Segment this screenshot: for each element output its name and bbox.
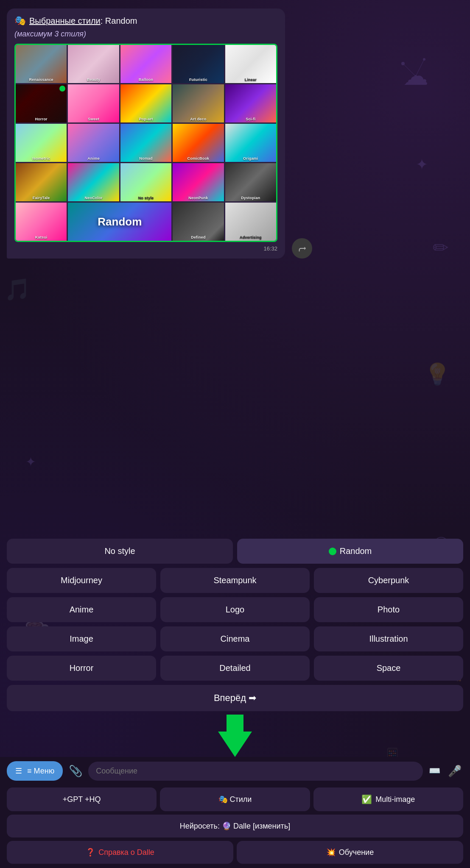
network-button[interactable]: Нейросеть: 🔮 Dalle [изменить]: [7, 815, 463, 837]
style-btn-space[interactable]: Space: [314, 656, 463, 681]
style-btn-illustration[interactable]: Illustration: [314, 626, 463, 651]
keyboard-button[interactable]: ⌨️: [427, 764, 442, 778]
style-cell-defined[interactable]: Defined: [173, 203, 224, 241]
style-cell-dystopian[interactable]: Dystopian: [225, 163, 276, 201]
style-btn-no-style[interactable]: No style: [7, 539, 233, 564]
style-cell-futuristic[interactable]: Futuristic: [173, 45, 224, 83]
style-grid: Renaissance Beauty Balloon Futuristic Li…: [14, 44, 277, 242]
style-cell-neonpunk[interactable]: NeonPunk: [173, 163, 224, 201]
style-cell-balloon[interactable]: Balloon: [120, 45, 171, 83]
style-cell-origami[interactable]: Origami: [225, 124, 276, 162]
style-btn-forward[interactable]: Вперёд ➡: [7, 685, 463, 711]
action-row-3: ❓ Справка о Dalle 💥 Обучение: [7, 841, 463, 864]
style-cell-fairytale[interactable]: FairyTale: [16, 163, 67, 201]
menu-button[interactable]: ☰ ≡ Меню: [7, 761, 63, 781]
message-bubble: 🎭 Выбранные стили: Random (максимум 3 ст…: [7, 8, 285, 259]
style-cell-katsui[interactable]: Katsui: [16, 203, 67, 241]
style-cell-horror[interactable]: Horror: [16, 84, 67, 122]
style-btn-cyberpunk[interactable]: Cyberpunk: [314, 568, 463, 593]
gpt-hq-button[interactable]: +GPT +HQ: [7, 787, 157, 811]
style-cell-scifi[interactable]: Sci-fi: [225, 84, 276, 122]
style-cell-artdeco[interactable]: Art deco: [173, 84, 224, 122]
question-icon: ❓: [86, 848, 95, 857]
style-btn-image[interactable]: Image: [7, 626, 156, 651]
style-cell-sweet[interactable]: Sweet: [68, 84, 119, 122]
selected-indicator: [59, 86, 65, 92]
style-btn-detailed[interactable]: Detailed: [160, 656, 310, 681]
style-btn-cinema[interactable]: Cinema: [160, 626, 310, 651]
svg-marker-17: [218, 715, 252, 757]
style-cell-advertising[interactable]: Advertising: [225, 203, 276, 241]
message-bubble-row: 🎭 Выбранные стили: Random (максимум 3 ст…: [7, 8, 463, 262]
style-cell-neocolor[interactable]: NeoColor: [68, 163, 119, 201]
style-btn-row-5: Horror Detailed Space: [7, 656, 463, 681]
styles-button[interactable]: 🎭 Стили: [160, 787, 310, 811]
style-btn-row-1: No style Random: [7, 539, 463, 564]
style-cell-random[interactable]: Random: [68, 203, 171, 241]
mic-button[interactable]: 🎤: [446, 763, 463, 779]
theater-icon: 🎭: [14, 15, 26, 26]
forward-share-button[interactable]: [292, 238, 312, 259]
style-cell-renaissance[interactable]: Renaissance: [16, 45, 67, 83]
style-btn-row-6: Вперёд ➡: [7, 685, 463, 711]
style-cell-isometric[interactable]: Isometric: [16, 124, 67, 162]
style-btn-photo[interactable]: Photo: [314, 597, 463, 622]
style-btn-horror[interactable]: Horror: [7, 656, 156, 681]
random-active-dot: [329, 548, 336, 555]
style-btn-steampunk[interactable]: Steampunk: [160, 568, 310, 593]
menu-icon: ☰: [15, 766, 22, 776]
attach-button[interactable]: 📎: [67, 763, 84, 779]
style-cell-popart[interactable]: Pop-art: [120, 84, 171, 122]
style-btn-logo[interactable]: Logo: [160, 597, 310, 622]
help-button[interactable]: ❓ Справка о Dalle: [7, 841, 233, 864]
input-bar: ☰ ≡ Меню 📎 ⌨️ 🎤: [0, 757, 470, 785]
style-cell-comicbook[interactable]: ComicBook: [173, 124, 224, 162]
style-btn-random[interactable]: Random: [237, 539, 463, 564]
check-icon: ✅: [361, 794, 372, 804]
style-btn-row-4: Image Cinema Illustration: [7, 626, 463, 651]
keyboard-icon: ⌨️: [429, 765, 440, 776]
message-subtitle: (максимум 3 стиля): [14, 30, 277, 39]
learning-button[interactable]: 💥 Обучение: [237, 841, 463, 864]
style-btn-row-2: Midjourney Steampunk Cyberpunk: [7, 568, 463, 593]
message-header: 🎭 Выбранные стили: Random: [14, 15, 277, 26]
message-time: 16:32: [14, 245, 277, 252]
style-btn-midjourney[interactable]: Midjourney: [7, 568, 156, 593]
style-cell-nomad[interactable]: Nomad: [120, 124, 171, 162]
action-row-1: +GPT +HQ 🎭 Стили ✅ Multi-image: [7, 787, 463, 811]
multi-image-button[interactable]: ✅ Multi-image: [313, 787, 463, 811]
message-title: Выбранные стили: Random: [29, 16, 137, 26]
style-cell-linear[interactable]: Linear: [225, 45, 276, 83]
paperclip-icon: 📎: [69, 765, 82, 777]
style-btn-anime[interactable]: Anime: [7, 597, 156, 622]
style-cell-nostyle[interactable]: No style: [120, 163, 171, 201]
style-cell-anime[interactable]: Anime: [68, 124, 119, 162]
message-input[interactable]: [88, 762, 423, 781]
style-buttons-area: No style Random Midjourney Steampunk Cyb…: [0, 535, 470, 715]
spark-icon: 💥: [326, 848, 336, 857]
style-btn-row-3: Anime Logo Photo: [7, 597, 463, 622]
style-cell-beauty[interactable]: Beauty: [68, 45, 119, 83]
bottom-actions: +GPT +HQ 🎭 Стили ✅ Multi-image Нейросеть…: [0, 785, 470, 868]
arrow-indicator: [0, 715, 470, 757]
page-content: 🎭 Выбранные стили: Random (максимум 3 ст…: [0, 0, 470, 868]
chat-area: 🎭 Выбранные стили: Random (максимум 3 ст…: [0, 0, 470, 535]
microphone-icon: 🎤: [448, 765, 462, 777]
action-row-2: Нейросеть: 🔮 Dalle [изменить]: [7, 815, 463, 837]
